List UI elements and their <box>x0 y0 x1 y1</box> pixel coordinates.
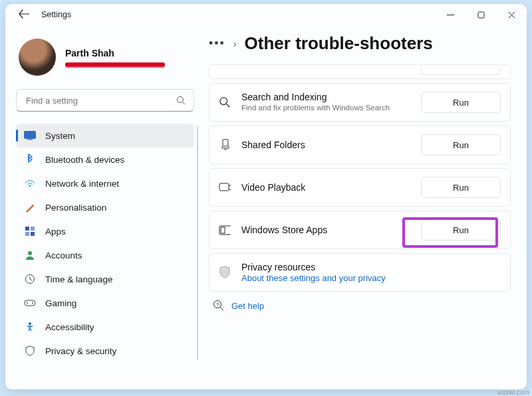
svg-rect-0 <box>478 12 484 18</box>
time-icon <box>24 273 36 285</box>
profile-email-redacted <box>65 62 165 66</box>
search-icon <box>175 94 187 106</box>
sidebar: Parth Shah System Bluetooth & devices <box>5 25 205 389</box>
card-windows-store-apps: Windows Store Apps Run <box>209 211 511 249</box>
svg-rect-17 <box>219 183 229 191</box>
gaming-icon <box>24 297 36 309</box>
svg-rect-3 <box>27 140 33 140</box>
accounts-icon <box>24 249 36 261</box>
window-controls <box>435 4 527 25</box>
profile-text: Parth Shah <box>65 48 165 66</box>
card-link[interactable]: About these settings and your privacy <box>241 273 501 283</box>
svg-rect-7 <box>25 232 29 236</box>
nav-privacy[interactable]: Privacy & security <box>16 339 194 363</box>
body: Parth Shah System Bluetooth & devices <box>5 25 527 389</box>
search-icon <box>219 96 231 108</box>
back-button[interactable] <box>19 9 29 21</box>
nav-network[interactable]: Network & internet <box>16 171 194 195</box>
nav-system[interactable]: System <box>16 124 194 148</box>
bluetooth-icon <box>24 153 36 165</box>
card-title: Search and Indexing <box>241 92 410 102</box>
page-title: Other trouble-shooters <box>245 33 433 54</box>
card-title: Privacy resources <box>241 262 501 272</box>
nav-bluetooth[interactable]: Bluetooth & devices <box>16 148 194 171</box>
nav-label: Privacy & security <box>45 346 116 356</box>
nav-label: Gaming <box>45 298 76 308</box>
maximize-button[interactable] <box>466 4 496 25</box>
network-icon <box>24 177 36 189</box>
nav-label: Bluetooth & devices <box>45 155 124 165</box>
nav-personalisation[interactable]: Personalisation <box>16 195 194 219</box>
window-title: Settings <box>41 10 71 19</box>
avatar <box>19 39 56 76</box>
nav-gaming[interactable]: Gaming <box>16 291 194 315</box>
nav-time[interactable]: Time & language <box>16 267 194 291</box>
folder-icon <box>219 139 231 151</box>
watermark: wsxwi.com <box>497 389 529 396</box>
svg-point-15 <box>220 98 227 105</box>
card-video-playback: Video Playback Run <box>209 168 511 207</box>
settings-window: Settings Parth Shah <box>5 4 527 389</box>
chevron-right-icon: › <box>233 39 237 49</box>
nav-label: System <box>45 131 75 141</box>
nav-apps[interactable]: Apps <box>16 219 194 243</box>
nav-accessibility[interactable]: Accessibility <box>16 315 194 339</box>
breadcrumb-overflow[interactable]: ••• <box>209 37 225 50</box>
shield-icon <box>219 266 231 278</box>
svg-point-14 <box>29 322 31 325</box>
svg-point-1 <box>178 97 184 103</box>
card-shared-folders: Shared Folders Run <box>209 126 511 164</box>
nav: System Bluetooth & devices Network & int… <box>16 124 194 363</box>
svg-rect-19 <box>221 227 225 233</box>
access-icon <box>24 321 36 333</box>
search-input[interactable] <box>25 95 175 106</box>
minimize-button[interactable] <box>435 4 466 25</box>
get-help-link[interactable]: Get help <box>231 301 264 311</box>
svg-point-9 <box>28 251 32 255</box>
help-icon: ? <box>213 300 225 312</box>
card-subtitle: Find and fix problems with Windows Searc… <box>241 103 410 112</box>
card-title: Video Playback <box>241 182 410 193</box>
card-title: Windows Store Apps <box>241 225 410 235</box>
nav-label: Accessibility <box>45 322 94 332</box>
card-search-indexing: Search and Indexing Find and fix problem… <box>209 83 511 122</box>
nav-label: Personalisation <box>45 203 106 213</box>
card-partial <box>209 64 511 79</box>
svg-rect-8 <box>31 232 35 236</box>
apps-icon <box>24 225 36 237</box>
personal-icon <box>24 201 36 213</box>
run-button[interactable]: Run <box>421 92 501 113</box>
svg-point-13 <box>32 302 33 304</box>
help-row: ? Get help <box>213 300 511 312</box>
nav-label: Apps <box>45 227 66 237</box>
svg-rect-11 <box>25 300 35 306</box>
run-button[interactable]: Run <box>421 134 501 155</box>
svg-rect-6 <box>31 227 35 231</box>
profile-name: Parth Shah <box>65 48 165 58</box>
search-box[interactable] <box>16 89 194 112</box>
nav-accounts[interactable]: Accounts <box>16 243 194 267</box>
svg-rect-5 <box>25 227 29 231</box>
svg-point-4 <box>29 185 31 187</box>
titlebar: Settings <box>5 4 527 25</box>
close-button[interactable] <box>496 4 527 25</box>
svg-point-12 <box>27 302 28 304</box>
card-title: Shared Folders <box>241 140 410 150</box>
nav-label: Network & internet <box>45 179 119 189</box>
store-icon <box>219 224 231 236</box>
svg-rect-16 <box>223 140 228 146</box>
run-button[interactable]: Run <box>421 219 501 241</box>
svg-text:?: ? <box>216 302 219 308</box>
card-privacy-resources: Privacy resources About these settings a… <box>209 253 511 292</box>
privacy-icon <box>24 345 36 357</box>
run-button[interactable]: Run <box>421 177 501 198</box>
breadcrumb: ••• › Other trouble-shooters <box>209 33 511 54</box>
system-icon <box>24 130 36 142</box>
video-icon <box>219 181 231 193</box>
content: ••• › Other trouble-shooters Search and … <box>205 25 527 389</box>
profile[interactable]: Parth Shah <box>16 31 194 80</box>
nav-label: Time & language <box>45 274 113 284</box>
card-list: Search and Indexing Find and fix problem… <box>209 64 511 292</box>
nav-label: Accounts <box>45 250 82 260</box>
svg-rect-2 <box>25 132 36 139</box>
